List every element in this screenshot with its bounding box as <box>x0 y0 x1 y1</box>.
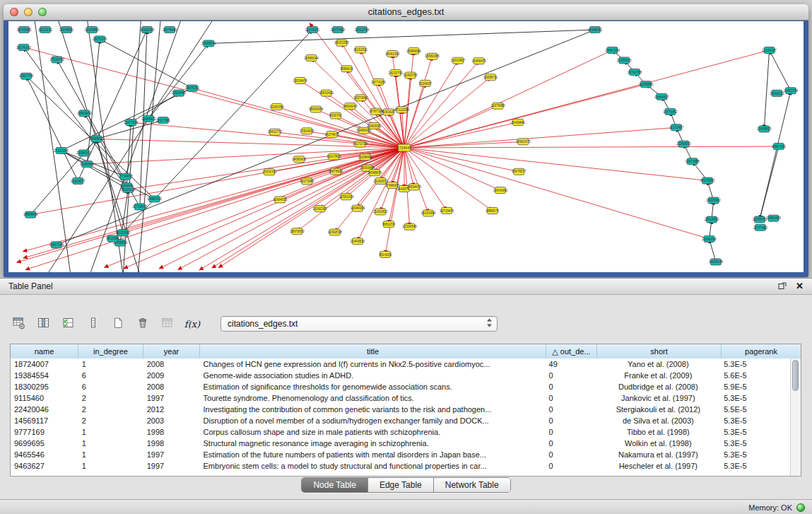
tab-node-table[interactable]: Node Table <box>302 478 368 492</box>
column-header-name[interactable]: name <box>11 344 78 358</box>
graph-node[interactable]: 13534476 <box>293 77 307 83</box>
delete-button[interactable] <box>134 315 152 332</box>
column-header-pagerank[interactable]: pagerank <box>722 344 801 358</box>
graph-node[interactable]: 21261813 <box>373 209 388 215</box>
graph-node[interactable]: 14202169 <box>140 27 155 33</box>
graph-node[interactable]: 18934354 <box>309 106 324 112</box>
new-file-button[interactable] <box>109 315 127 332</box>
graph-node[interactable]: 16456475 <box>471 58 486 64</box>
table-disabled-button[interactable] <box>158 315 177 332</box>
graph-node[interactable]: 17814000 <box>300 128 314 134</box>
graph-node[interactable]: 15098161 <box>588 27 603 33</box>
graph-node[interactable]: 10176100 <box>16 44 31 50</box>
graph-node[interactable]: 10971688 <box>685 158 700 165</box>
graph-node[interactable]: 15422772 <box>268 129 283 135</box>
graph-node[interactable]: 9951253 <box>382 221 395 228</box>
table-row[interactable]: 2242004622012Investigating the contribut… <box>11 404 791 415</box>
graph-node[interactable]: 17570703 <box>262 169 277 175</box>
graph-node[interactable]: 20009541 <box>201 40 216 47</box>
graph-node[interactable]: 10183356 <box>269 104 284 110</box>
column-header-in_degree[interactable]: in_degree <box>78 344 143 358</box>
graph-node[interactable]: 10017736 <box>19 73 34 79</box>
table-row[interactable]: 1938455462009Genome-wide association stu… <box>11 370 791 381</box>
table-row[interactable]: 977716911998Corpus callosum shape and si… <box>11 426 791 438</box>
graph-node[interactable]: 22529445 <box>172 90 187 96</box>
graph-node[interactable]: 18464437 <box>654 93 669 100</box>
graph-node[interactable]: 16767329 <box>369 108 384 115</box>
graph-node[interactable]: 19496090 <box>356 127 371 134</box>
graph-node[interactable]: 16203394 <box>421 210 436 216</box>
graph-node[interactable]: 13817344 <box>49 242 64 248</box>
graph-node[interactable]: 9030791 <box>329 112 342 119</box>
graph-node[interactable]: 11093755 <box>403 72 418 78</box>
graph-node[interactable]: 13941682 <box>493 187 508 194</box>
graph-node[interactable]: 16809993 <box>77 110 92 117</box>
graph-node[interactable]: 9514293 <box>379 251 392 257</box>
edit-table-button[interactable] <box>59 315 78 332</box>
column-header-year[interactable]: year <box>143 344 200 358</box>
graph-node[interactable]: 18567431 <box>772 144 787 150</box>
vertical-scrollbar-thumb[interactable] <box>792 360 799 391</box>
graph-node[interactable]: 12336546 <box>402 223 417 230</box>
graph-node[interactable]: 14626144 <box>709 259 724 265</box>
table-settings-button[interactable] <box>10 315 28 332</box>
graph-node[interactable]: 1724045 <box>397 144 411 151</box>
graph-node[interactable]: 15910429 <box>319 90 334 96</box>
graph-node[interactable]: 9224207 <box>419 80 432 86</box>
tab-edge-table[interactable]: Edge Table <box>368 478 434 492</box>
graph-node[interactable]: 22322286 <box>54 148 69 154</box>
graph-node[interactable]: 14680333 <box>147 196 162 202</box>
network-graph[interactable]: 1712225491916291676732921993001194960902… <box>8 21 804 272</box>
graph-node[interactable]: 21610807 <box>451 57 466 64</box>
graph-node[interactable]: 11664615 <box>273 197 288 203</box>
graph-node[interactable]: 20390296 <box>702 235 717 242</box>
graph-node[interactable]: 14233791 <box>389 69 404 76</box>
table-row[interactable]: 1830029562008Estimation of significance … <box>11 381 791 392</box>
table-row[interactable]: 1872400712008Changes of HCN gene express… <box>11 358 791 370</box>
close-window-button[interactable] <box>10 8 18 16</box>
column-header-short[interactable]: short <box>597 344 722 358</box>
graph-node[interactable]: 10936233 <box>770 90 784 96</box>
graph-node[interactable]: 18075291 <box>185 85 200 91</box>
graph-node[interactable]: 9191629 <box>382 109 395 115</box>
graph-node[interactable]: 21256310 <box>617 57 632 64</box>
graph-node[interactable]: 13961675 <box>516 139 531 145</box>
graph-node[interactable]: 11679980 <box>491 103 506 109</box>
graph-node[interactable]: 18326962 <box>706 197 721 204</box>
graph-node[interactable]: 22212734 <box>355 27 370 33</box>
graph-node[interactable]: 21449530 <box>351 238 365 245</box>
graph-node[interactable]: 20089932 <box>141 115 156 122</box>
graph-node[interactable]: 14826043 <box>343 103 358 110</box>
graph-node[interactable]: 14061300 <box>385 51 400 57</box>
graph-node[interactable]: 11617815 <box>326 153 341 160</box>
network-canvas[interactable]: 1712225491916291676732921993001194960902… <box>8 21 804 272</box>
graph-node[interactable]: 15742788 <box>628 69 642 75</box>
graph-node[interactable]: 20439841 <box>511 119 526 125</box>
graph-node[interactable]: 12270371 <box>305 27 320 33</box>
zoom-window-button[interactable] <box>38 8 47 16</box>
graph-node[interactable]: 9580616 <box>341 66 353 72</box>
graph-node[interactable]: 18978933 <box>290 228 305 235</box>
select-columns-button[interactable] <box>35 315 53 332</box>
graph-node[interactable]: 14075093 <box>700 177 715 184</box>
graph-node[interactable]: 13044309 <box>351 205 365 211</box>
graph-node[interactable]: 22614330 <box>705 216 719 223</box>
table-selector-dropdown[interactable]: citations_edges.txt <box>220 316 498 332</box>
graph-node[interactable]: 20918825 <box>757 126 772 132</box>
graph-node[interactable]: 15581086 <box>425 53 440 59</box>
vertical-scrollbar-track[interactable] <box>790 358 801 476</box>
function-builder-button[interactable]: f(x) <box>183 315 201 332</box>
graph-node[interactable]: 13268401 <box>358 154 372 160</box>
graph-node[interactable]: 21260033 <box>676 141 691 147</box>
table-row[interactable]: 1456911722003Disruption of a novel membe… <box>11 415 791 426</box>
graph-node[interactable]: 14770256 <box>371 78 386 85</box>
graph-node[interactable]: 11692538 <box>328 229 343 235</box>
graph-node[interactable]: 15976577 <box>512 168 526 175</box>
graph-node[interactable]: 13235187 <box>762 47 777 54</box>
close-panel-button[interactable]: ✕ <box>796 282 804 291</box>
column-button[interactable] <box>84 315 102 332</box>
graph-node[interactable]: 17734075 <box>118 173 133 180</box>
graph-node[interactable]: 16152511 <box>353 47 368 53</box>
graph-node[interactable]: 15215126 <box>121 186 136 192</box>
graph-node[interactable]: 10192307 <box>312 206 327 212</box>
